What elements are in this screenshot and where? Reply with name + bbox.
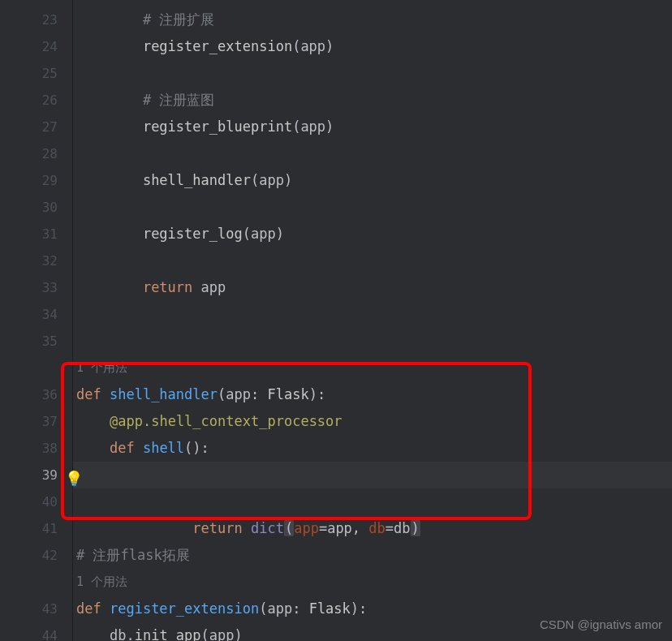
comment-token: # 注册扩展: [143, 11, 214, 28]
line-num: 42: [0, 542, 72, 569]
comment-token: # 注册蓝图: [143, 92, 214, 108]
line-num: 24: [0, 33, 72, 60]
code-line[interactable]: [73, 301, 672, 328]
code-line[interactable]: # 注册扩展: [73, 6, 672, 33]
usage-hint[interactable]: 1 个用法: [73, 569, 672, 596]
line-num: 44: [0, 622, 72, 641]
code-line[interactable]: register_log(app): [73, 221, 672, 247]
call-token: shell_handler: [143, 172, 251, 188]
decorator-token: shell_context_processor: [151, 413, 342, 429]
line-num: 25: [0, 60, 72, 87]
line-num: 40: [0, 488, 72, 515]
code-line[interactable]: [73, 515, 672, 542]
line-num: 36: [0, 381, 72, 408]
line-num: 34: [0, 301, 72, 328]
line-num: 41: [0, 515, 72, 542]
line-num: 35: [0, 328, 72, 355]
line-num-current: 39: [0, 462, 72, 488]
line-num: 32: [0, 247, 72, 274]
line-num: 37: [0, 408, 72, 435]
watermark-text: CSDN @ignativs amor: [540, 617, 662, 631]
line-num: 33: [0, 274, 72, 301]
code-content[interactable]: # 注册扩展 register_extension(app) # 注册蓝图 re…: [73, 0, 672, 641]
code-editor[interactable]: 23 24 25 26 27 28 29 30 31 32 33 34 35 3…: [0, 0, 672, 641]
call-token: register_extension: [143, 38, 292, 54]
line-num: 30: [0, 194, 72, 221]
code-line[interactable]: [73, 194, 672, 221]
def-name-token: shell: [143, 440, 184, 456]
code-line[interactable]: def shell():: [73, 435, 672, 462]
line-num: 29: [0, 167, 72, 194]
line-num: 28: [0, 140, 72, 167]
code-line[interactable]: return app: [73, 274, 672, 301]
code-line[interactable]: def shell_handler(app: Flask):: [73, 381, 672, 408]
gutter-spacer: [0, 355, 72, 381]
call-token: register_blueprint: [143, 118, 292, 135]
code-line[interactable]: register_blueprint(app): [73, 114, 672, 140]
def-name-token: shell_handler: [110, 386, 218, 402]
comment-token: # 注册flask拓展: [76, 547, 190, 563]
code-line[interactable]: shell_handler(app): [73, 167, 672, 194]
code-line[interactable]: # 注册flask拓展: [73, 542, 672, 569]
code-line[interactable]: [73, 328, 672, 355]
line-num: 31: [0, 221, 72, 247]
call-token: register_log: [143, 226, 243, 242]
gutter-spacer: [0, 569, 72, 596]
code-line[interactable]: [73, 488, 672, 515]
line-gutter: 23 24 25 26 27 28 29 30 31 32 33 34 35 3…: [0, 0, 73, 641]
line-num: 43: [0, 596, 72, 622]
keyword-token: return: [143, 279, 192, 295]
code-line[interactable]: [73, 60, 672, 87]
line-num: 23: [0, 6, 72, 33]
usage-hint[interactable]: 1 个用法: [73, 355, 672, 381]
line-num: 26: [0, 87, 72, 114]
code-line[interactable]: [73, 140, 672, 167]
code-line[interactable]: register_extension(app): [73, 33, 672, 60]
line-num: 38: [0, 435, 72, 462]
code-line[interactable]: [73, 247, 672, 274]
code-line[interactable]: # 注册蓝图: [73, 87, 672, 114]
code-line[interactable]: @app.shell_context_processor: [73, 408, 672, 435]
def-name-token: register_extension: [110, 600, 259, 617]
code-line-current[interactable]: 💡 return dict(app=app, db=db): [73, 462, 672, 488]
lightbulb-icon[interactable]: 💡: [65, 465, 83, 492]
line-num: 27: [0, 114, 72, 140]
